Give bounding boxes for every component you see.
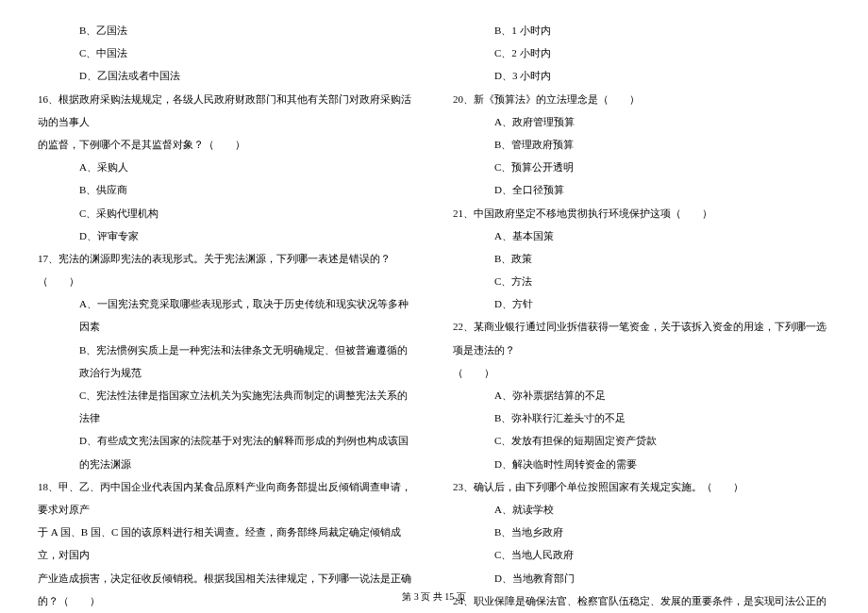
option-text: A、一国宪法究竟采取哪些表现形式，取决于历史传统和现实状况等多种因素 (38, 292, 415, 338)
option-text: B、政策 (453, 247, 830, 270)
question-text: 的监督，下例哪个不是其监督对象？（ ） (38, 133, 415, 156)
option-text: A、就读学校 (453, 498, 830, 521)
question-text: 17、宪法的渊源即宪法的表现形式。关于宪法渊源，下列哪一表述是错误的？（ ） (38, 247, 415, 292)
option-text: A、采购人 (38, 156, 415, 178)
option-text: B、弥补联行汇差头寸的不足 (453, 406, 830, 429)
option-text: A、弥补票据结算的不足 (453, 384, 830, 406)
question-text: 23、确认后，由下列哪个单位按照国家有关规定实施。（ ） (453, 475, 830, 498)
question-text: 20、新《预算法》的立法理念是（ ） (453, 88, 830, 110)
page-footer: 第 3 页 共 15 页 (0, 590, 868, 604)
right-column: B、1 小时内 C、2 小时内 D、3 小时内 20、新《预算法》的立法理念是（… (434, 19, 830, 613)
option-text: D、有些成文宪法国家的法院基于对宪法的解释而形成的判例也构成该国的宪法渊源 (38, 429, 415, 474)
question-text: 于 A 国、B 国、C 国的该原料进行相关调查。经查，商务部终局裁定确定倾销成立… (38, 521, 415, 566)
option-text: B、1 小时内 (453, 19, 830, 41)
option-text: C、2 小时内 (453, 41, 830, 64)
option-text: C、发放有担保的短期固定资产贷款 (453, 429, 830, 452)
option-text: D、全口径预算 (453, 178, 830, 201)
option-text: D、3 小时内 (453, 64, 830, 87)
option-text: D、当地教育部门 (453, 567, 830, 589)
question-text: 22、某商业银行通过同业拆借获得一笔资金，关于该拆入资金的用途，下列哪一选项是违… (453, 315, 830, 360)
option-text: B、当地乡政府 (453, 521, 830, 543)
option-text: C、采购代理机构 (38, 202, 415, 224)
option-text: C、中国法 (38, 41, 415, 64)
option-text: A、基本国策 (453, 224, 830, 247)
option-text: D、解决临时性周转资金的需要 (453, 453, 830, 475)
exam-page: B、乙国法 C、中国法 D、乙国法或者中国法 16、根据政府采购法规规定，各级人… (0, 0, 868, 613)
option-text: C、预算公开透明 (453, 156, 830, 178)
option-text: B、宪法惯例实质上是一种宪法和法律条文无明确规定、但被普遍遵循的政治行为规范 (38, 339, 415, 384)
question-text: 16、根据政府采购法规规定，各级人民政府财政部门和其他有关部门对政府采购活动的当… (38, 88, 415, 133)
option-text: B、乙国法 (38, 19, 415, 41)
option-text: B、管理政府预算 (453, 133, 830, 156)
option-text: D、乙国法或者中国法 (38, 64, 415, 87)
question-text: （ ） (453, 361, 830, 384)
option-text: A、政府管理预算 (453, 110, 830, 133)
option-text: C、宪法性法律是指国家立法机关为实施宪法典而制定的调整宪法关系的法律 (38, 384, 415, 429)
option-text: C、当地人民政府 (453, 543, 830, 566)
option-text: C、方法 (453, 270, 830, 292)
option-text: B、供应商 (38, 178, 415, 201)
question-text: 21、中国政府坚定不移地贯彻执行环境保护这项（ ） (453, 202, 830, 224)
option-text: D、方针 (453, 292, 830, 315)
option-text: D、评审专家 (38, 224, 415, 247)
left-column: B、乙国法 C、中国法 D、乙国法或者中国法 16、根据政府采购法规规定，各级人… (38, 19, 434, 613)
question-text: 产业造成损害，决定征收反倾销税。根据我国相关法律规定，下列哪一说法是正确的？（ … (38, 567, 415, 612)
question-text: 18、甲、乙、丙中国企业代表国内某食品原料产业向商务部提出反倾销调查申请，要求对… (38, 475, 415, 521)
